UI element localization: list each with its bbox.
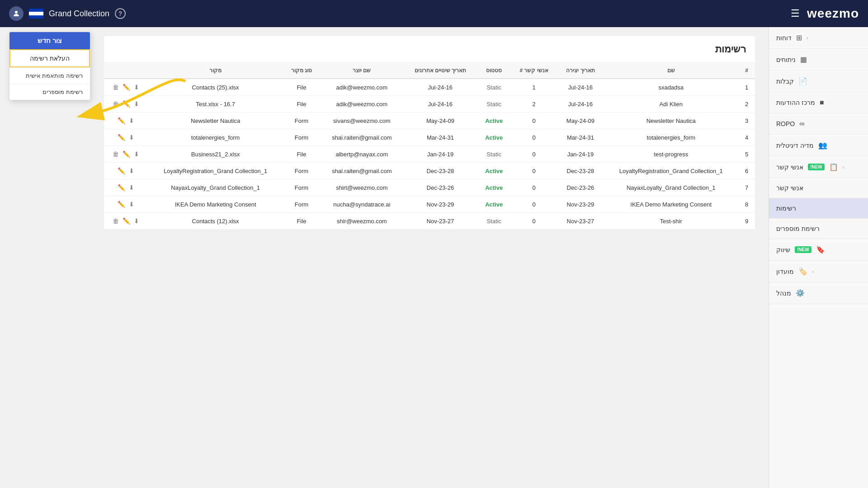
club-icon: 🏷️ (798, 267, 807, 276)
row-contacts: 0 (511, 129, 557, 146)
row-creator: shai.raiten@gmail.com (320, 163, 403, 179)
row-source-type: Form (283, 163, 321, 179)
row-creator: nucha@syndatrace.ai (320, 196, 403, 213)
main-layout: צור חדש העלאת רשימה רשימה מותאמת אישית ר… (0, 27, 868, 488)
row-creator: shai.raiten@gmail.com (320, 129, 403, 146)
delete-icon[interactable]: 🗑 (113, 217, 119, 225)
lists-table: מקור סוג מקור שם יוצר תאריך שינויים אחרו… (104, 63, 755, 230)
row-name: Test-shir (604, 213, 738, 230)
row-status: Static (477, 146, 511, 163)
contacts-label: אנשי קשר (776, 164, 803, 171)
suppliers-list-item[interactable]: רשימת מוספרים (9, 84, 90, 100)
row-source: Test.xlsx - 16.7 (148, 96, 283, 113)
site-title: Grand Collection (49, 9, 109, 19)
col-contacts: # אנשי קשר (511, 63, 557, 79)
delete-icon[interactable]: 🗑 (113, 84, 119, 91)
row-creation-date: Nov-23-29 (557, 196, 604, 213)
row-source: NayaxLoyalty_Grand Collection_1 (148, 179, 283, 196)
row-name: IKEA Demo Marketing Consent (604, 196, 738, 213)
col-num: # (738, 63, 755, 79)
row-num: 3 (738, 113, 755, 129)
row-last-modified: Nov-23-27 (403, 213, 477, 230)
sidebar-item-contacts[interactable]: › 📋 NEW! אנשי קשר (769, 156, 868, 178)
download-icon[interactable]: ⬇ (129, 117, 134, 124)
row-creation-date: Dec-23-26 (557, 179, 604, 196)
download-icon[interactable]: ⬇ (134, 84, 139, 91)
reports-chevron: › (807, 35, 808, 41)
row-last-modified: Dec-23-28 (403, 163, 477, 179)
edit-icon[interactable]: ✏️ (123, 84, 130, 91)
upload-list-button[interactable]: העלאת רשימה (9, 49, 90, 67)
contacts-chevron: › (843, 164, 844, 170)
sidebar-item-ropo[interactable]: ∞ ROPO (769, 113, 868, 135)
row-num: 8 (738, 196, 755, 213)
row-last-modified: Mar-24-31 (403, 129, 477, 146)
sidebar-item-club[interactable]: › 🏷️ מועדון (769, 261, 868, 282)
flag-icon (29, 9, 43, 19)
sidebar-item-msg-center[interactable]: ■ מרכז ההודעות (769, 92, 868, 113)
download-icon[interactable]: ⬇ (129, 167, 134, 174)
row-source-type: File (283, 79, 321, 96)
nav-left: Grand Collection ? (9, 6, 126, 21)
table-row: 🗑✏️⬇ Test.xlsx - 16.7 File adik@weezmo.c… (104, 96, 755, 113)
download-icon[interactable]: ⬇ (134, 150, 139, 158)
download-icon[interactable]: ⬇ (134, 217, 139, 225)
svg-point-0 (15, 11, 18, 14)
row-num: 9 (738, 213, 755, 230)
contacts-new-badge: NEW! (808, 164, 825, 170)
edit-icon[interactable]: ✏️ (118, 201, 125, 208)
sidebar-item-contacts-sub[interactable]: אנשי קשר (769, 178, 868, 198)
club-label: מועדון (776, 268, 794, 275)
help-icon[interactable]: ? (115, 8, 126, 19)
table-row: 🗑✏️⬇ Contacts (12).xlsx File shir@weezmo… (104, 213, 755, 230)
row-status: Active (477, 113, 511, 129)
row-source-type: Form (283, 179, 321, 196)
user-avatar[interactable] (9, 6, 24, 21)
row-creator: adik@weezmo.com (320, 96, 403, 113)
edit-icon[interactable]: ✏️ (123, 150, 130, 158)
row-status: Static (477, 213, 511, 230)
receipts-label: קבלות (776, 78, 794, 85)
row-contacts: 1 (511, 79, 557, 96)
club-chevron: › (812, 268, 814, 275)
row-actions: ✏️⬇ (104, 113, 148, 129)
row-actions: 🗑✏️⬇ (104, 79, 148, 96)
row-num: 2 (738, 96, 755, 113)
edit-icon[interactable]: ✏️ (118, 117, 125, 124)
download-icon[interactable]: ⬇ (129, 184, 134, 191)
row-source: LoyaltyRegistration_Grand Collection_1 (148, 163, 283, 179)
download-icon[interactable]: ⬇ (134, 100, 139, 108)
sidebar-item-digital-media[interactable]: 👥 מדיה דיגיטלית (769, 135, 868, 156)
row-creation-date: Jan-24-19 (557, 146, 604, 163)
sidebar-item-analytics[interactable]: ▦ ניתוחים (769, 49, 868, 70)
sidebar-item-suppliers[interactable]: רשימת מוספרים (769, 219, 868, 239)
row-source-type: File (283, 96, 321, 113)
delete-icon[interactable]: 🗑 (113, 150, 119, 158)
contacts-sub-label: אנשי קשר (776, 184, 803, 192)
sidebar-item-marketing[interactable]: 🔖 NEW! שיווק (769, 239, 868, 261)
personal-list-item[interactable]: רשימה מותאמת אישית (9, 67, 90, 84)
create-new-button[interactable]: צור חדש (9, 32, 90, 49)
edit-icon[interactable]: ✏️ (123, 217, 130, 225)
edit-icon[interactable]: ✏️ (118, 184, 125, 191)
table-row: ✏️⬇ IKEA Demo Marketing Consent Form nuc… (104, 196, 755, 213)
col-creator: שם יוצר (320, 63, 403, 79)
sidebar-item-receipts[interactable]: 📄 קבלות (769, 70, 868, 92)
edit-icon[interactable]: ✏️ (123, 100, 130, 108)
download-icon[interactable]: ⬇ (129, 134, 134, 141)
sidebar-item-lists[interactable]: רשימות (769, 198, 868, 219)
hamburger-menu[interactable]: ☰ (791, 8, 800, 19)
download-icon[interactable]: ⬇ (129, 201, 134, 208)
sidebar-item-reports[interactable]: › ⊞ דוחות (769, 27, 868, 49)
row-contacts: 0 (511, 113, 557, 129)
edit-icon[interactable]: ✏️ (118, 167, 125, 174)
admin-label: מנהל (776, 290, 791, 297)
table-header: מקור סוג מקור שם יוצר תאריך שינויים אחרו… (104, 63, 755, 79)
row-contacts: 0 (511, 213, 557, 230)
delete-icon[interactable]: 🗑 (113, 100, 119, 108)
edit-icon[interactable]: ✏️ (118, 134, 125, 141)
row-source: Business21_2.xlsx (148, 146, 283, 163)
table-row: 🗑✏️⬇ Business21_2.xlsx File albertp@naya… (104, 146, 755, 163)
right-sidebar: › ⊞ דוחות ▦ ניתוחים 📄 קבלות ■ מרכז ההודע… (769, 27, 868, 488)
sidebar-item-admin[interactable]: ⚙️ מנהל (769, 282, 868, 304)
